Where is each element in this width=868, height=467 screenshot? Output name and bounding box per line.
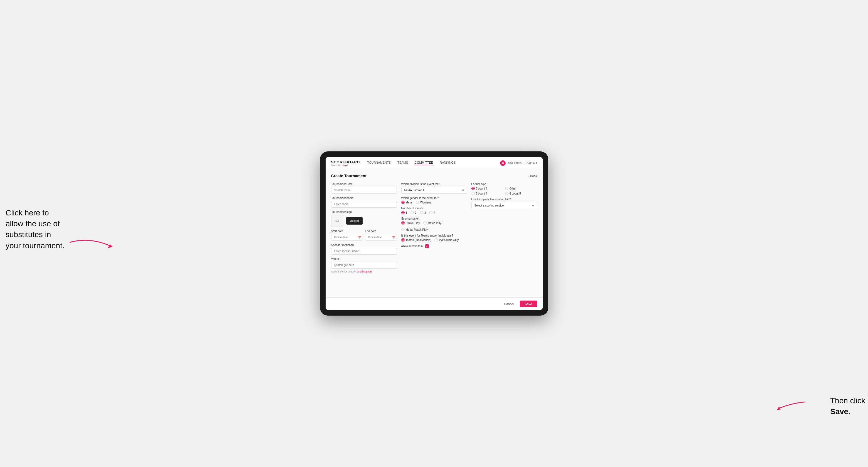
medal-match-play[interactable]: Medal Match Play (401, 228, 428, 231)
rounds-radio-group: 1 2 3 4 (401, 211, 467, 214)
end-date-label: End date (365, 229, 397, 233)
date-row: Start date 📅 End date 📅 (331, 229, 397, 241)
tournament-host-label: Tournament Host (331, 183, 397, 186)
division-select[interactable]: NCAA Division I (401, 187, 467, 194)
allow-substitutes-checkbox[interactable]: Allow substitutes? ✓ (401, 244, 467, 248)
form-right-column: Format type 5 count 4 Other (471, 183, 537, 273)
page-title: Create Tournament (331, 174, 367, 178)
calendar-icon: 📅 (358, 236, 361, 239)
venue-input[interactable] (331, 261, 397, 269)
nav-tournaments[interactable]: TOURNAMENTS (367, 161, 391, 165)
avatar: B (500, 160, 506, 166)
tablet-device: SCOREBOARD Powered by clippd TOURNAMENTS… (320, 151, 548, 316)
nav-teams[interactable]: TEAMS (397, 161, 408, 165)
email-support-link[interactable]: email support (357, 270, 372, 273)
form-footer: Cancel Save (326, 298, 543, 310)
round-3[interactable]: 3 (420, 211, 426, 214)
navigation: SCOREBOARD Powered by clippd TOURNAMENTS… (326, 157, 543, 169)
end-date-wrap: 📅 (365, 234, 397, 241)
division-label: Which division is the event for? (401, 183, 467, 186)
scoring-radio-group: Stroke Play Match Play Medal Match Play (401, 221, 467, 231)
venue-hint: Can't find your venue? email support (331, 270, 397, 273)
logo-upload-area: ⛰ Upload (331, 215, 397, 227)
tablet-screen: SCOREBOARD Powered by clippd TOURNAMENTS… (326, 157, 543, 310)
tournament-logo-group: Tournament logo ⛰ Upload (331, 210, 397, 227)
tournament-name-label: Tournament name (331, 196, 397, 199)
gender-group: Which gender is the event for? Mens Wome… (401, 196, 467, 204)
tournament-host-group: Tournament Host (331, 183, 397, 194)
radio-stroke-circle (401, 221, 405, 225)
radio-3-circle (420, 211, 423, 214)
round-1[interactable]: 1 (401, 211, 407, 214)
tournament-name-group: Tournament name (331, 196, 397, 208)
arrow-right (775, 398, 808, 413)
format-6count5[interactable]: 6 count 5 (505, 192, 537, 195)
tournament-host-input[interactable] (331, 187, 397, 194)
arrow-left (67, 234, 117, 252)
radio-individuals-circle (434, 238, 438, 242)
gender-radio-group: Mens Womens (401, 201, 467, 204)
sponsor-label: Sponsor (optional) (331, 244, 397, 247)
format-5count4[interactable]: 5 count 4 (471, 187, 503, 190)
start-date-label: Start date (331, 229, 363, 233)
radio-other-circle (505, 187, 508, 190)
format-type-grid: 5 count 4 Other 6 count 4 (471, 187, 537, 195)
annotation-right: Then click Save. (830, 395, 865, 417)
scoring-api-group: Use third-party live scoring API? Select… (471, 198, 537, 209)
round-4[interactable]: 4 (429, 211, 435, 214)
app-logo: SCOREBOARD Powered by clippd (331, 160, 360, 166)
sign-out-link[interactable]: Sign out (527, 161, 537, 164)
stroke-play[interactable]: Stroke Play (401, 221, 420, 225)
annotation-right-text2: Save. (830, 407, 850, 416)
nav-separator: | (524, 161, 525, 164)
individuals-only[interactable]: Individuals Only (434, 238, 459, 242)
radio-4-circle (429, 211, 432, 214)
radio-womens-circle (416, 201, 419, 204)
radio-6c5-circle (505, 192, 508, 195)
scoring-system-group: Scoring system Stroke Play Match Play (401, 217, 467, 231)
annotation-left-text: Click here to allow the use of substitut… (6, 209, 65, 250)
tournament-name-input[interactable] (331, 201, 397, 208)
nav-committee[interactable]: COMMITTEE (414, 161, 434, 165)
format-6count4[interactable]: 6 count 4 (471, 192, 503, 195)
event-type-radio-group: Teams (+Individuals) Individuals Only (401, 238, 467, 242)
nav-links: TOURNAMENTS TEAMS COMMITTEE RANKINGS (367, 161, 500, 165)
save-button[interactable]: Save (520, 301, 537, 307)
radio-6c4-circle (471, 192, 475, 195)
format-other[interactable]: Other (505, 187, 537, 190)
page-content: Create Tournament ‹ Back Tournament Host… (326, 169, 543, 297)
scoring-api-select[interactable]: Select a scoring service (471, 202, 537, 209)
allow-substitutes-group: Allow substitutes? ✓ (401, 244, 467, 248)
radio-1-circle (401, 211, 405, 214)
radio-teams-circle (401, 238, 405, 242)
scoring-system-label: Scoring system (401, 217, 467, 220)
username: blair admin (508, 161, 522, 164)
annotation-left: Click here to allow the use of substitut… (6, 207, 67, 251)
svg-marker-1 (777, 407, 781, 410)
sponsor-input[interactable] (331, 248, 397, 255)
radio-match-circle (423, 221, 427, 225)
rounds-group: Number of rounds 1 2 (401, 207, 467, 214)
back-button[interactable]: ‹ Back (528, 174, 537, 178)
checkbox-substitutes[interactable]: ✓ (425, 244, 429, 248)
cancel-button[interactable]: Cancel (501, 301, 517, 307)
radio-medal-circle (401, 228, 405, 231)
match-play[interactable]: Match Play (423, 221, 441, 225)
gender-mens[interactable]: Mens (401, 201, 412, 204)
rounds-label: Number of rounds (401, 207, 467, 210)
logo-placeholder: ⛰ (331, 215, 343, 227)
venue-label: Venue (331, 257, 397, 260)
round-2[interactable]: 2 (410, 211, 416, 214)
page-header: Create Tournament ‹ Back (331, 174, 537, 178)
teams-individuals[interactable]: Teams (+Individuals) (401, 238, 431, 242)
gender-womens[interactable]: Womens (416, 201, 431, 204)
event-type-group: Is this event for Teams and/or Individua… (401, 234, 467, 242)
radio-mens-circle (401, 201, 405, 204)
format-type-label: Format type (471, 183, 537, 186)
gender-label: Which gender is the event for? (401, 196, 467, 199)
svg-marker-0 (108, 244, 113, 248)
nav-rankings[interactable]: RANKINGS (439, 161, 456, 165)
upload-button[interactable]: Upload (346, 217, 363, 225)
logo-scoreboard: SCOREBOARD (331, 160, 360, 164)
tournament-logo-label: Tournament logo (331, 210, 397, 214)
